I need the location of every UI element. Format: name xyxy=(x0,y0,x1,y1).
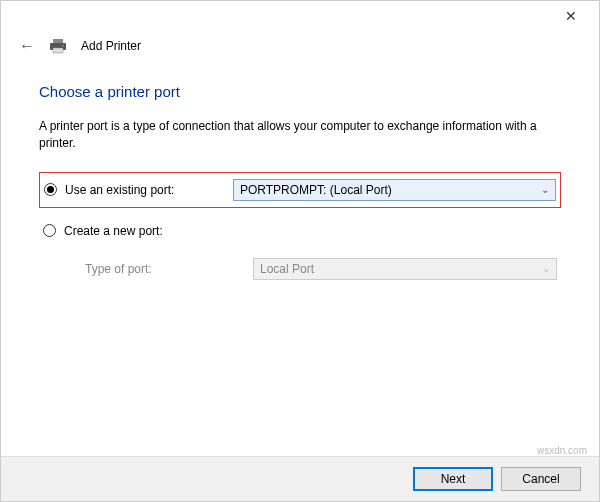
svg-rect-0 xyxy=(53,39,63,43)
type-of-port-value: Local Port xyxy=(260,262,314,276)
watermark: wsxdn.com xyxy=(537,445,587,456)
radio-use-existing[interactable] xyxy=(44,183,57,196)
cancel-button[interactable]: Cancel xyxy=(501,467,581,491)
chevron-down-icon: ⌄ xyxy=(542,263,550,274)
back-button[interactable]: ← xyxy=(19,37,35,55)
content-area: Choose a printer port A printer port is … xyxy=(1,65,599,456)
option-create-new-port[interactable]: Create a new port: xyxy=(39,218,561,244)
type-of-port-row: Type of port: Local Port ⌄ xyxy=(39,254,561,284)
add-printer-wizard: ✕ ← Add Printer Choose a printer port A … xyxy=(0,0,600,502)
next-button[interactable]: Next xyxy=(413,467,493,491)
page-heading: Choose a printer port xyxy=(39,83,561,100)
existing-port-value: PORTPROMPT: (Local Port) xyxy=(240,183,392,197)
header-row: ← Add Printer xyxy=(1,31,599,65)
svg-point-3 xyxy=(62,45,64,47)
footer: Next Cancel xyxy=(1,457,599,501)
wizard-title: Add Printer xyxy=(81,39,141,53)
printer-icon xyxy=(49,38,67,54)
close-button[interactable]: ✕ xyxy=(551,2,591,30)
svg-rect-2 xyxy=(53,48,63,53)
existing-port-dropdown[interactable]: PORTPROMPT: (Local Port) ⌄ xyxy=(233,179,556,201)
radio-create-new-label[interactable]: Create a new port: xyxy=(64,224,224,238)
titlebar: ✕ xyxy=(1,1,599,31)
option-use-existing-port[interactable]: Use an existing port: PORTPROMPT: (Local… xyxy=(39,172,561,208)
chevron-down-icon: ⌄ xyxy=(541,184,549,195)
radio-use-existing-label[interactable]: Use an existing port: xyxy=(65,183,225,197)
page-description: A printer port is a type of connection t… xyxy=(39,118,561,152)
type-of-port-label: Type of port: xyxy=(85,262,245,276)
type-of-port-dropdown: Local Port ⌄ xyxy=(253,258,557,280)
radio-create-new[interactable] xyxy=(43,224,56,237)
